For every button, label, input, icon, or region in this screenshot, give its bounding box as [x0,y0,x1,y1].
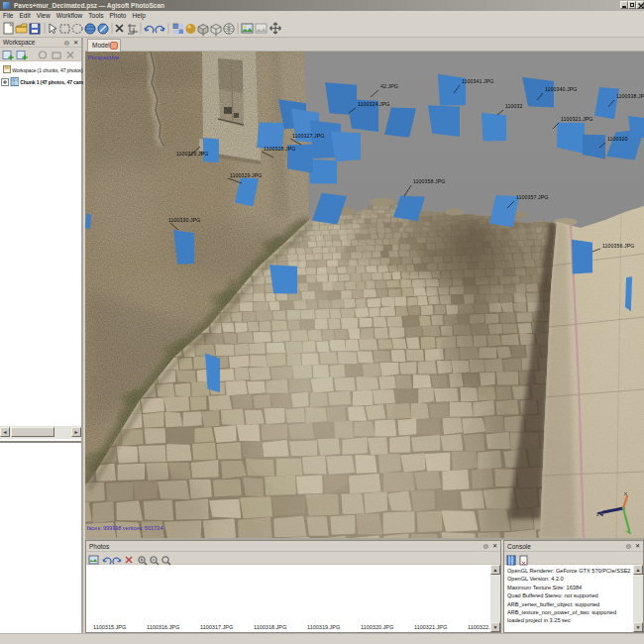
svg-text:1100327.JPG: 1100327.JPG [292,133,325,139]
svg-text:1100320: 1100320 [607,136,628,142]
svg-text:faces: 999998 vertices: 501724: faces: 999998 vertices: 501724 [87,525,162,531]
svg-text:1100328.JPG: 1100328.JPG [264,146,296,152]
svg-text:1100338.JPG: 1100338.JPG [616,93,644,99]
svg-text:1100324.JPG: 1100324.JPG [358,101,390,107]
svg-text:1100357.JPG: 1100357.JPG [516,194,549,200]
svg-text:1100340.JPG: 1100340.JPG [545,86,578,92]
svg-text:1100330.JPG: 1100330.JPG [168,217,201,223]
svg-text:42.JPG: 42.JPG [380,83,398,89]
svg-text:1100329.JPG: 1100329.JPG [230,172,263,178]
svg-text:Perspective: Perspective [88,54,120,60]
svg-text:1100326.JPG: 1100326.JPG [176,151,209,157]
svg-text:z: z [596,511,599,517]
svg-text:1100321.JPG: 1100321.JPG [561,116,593,122]
svg-text:x: x [624,490,627,496]
svg-text:1100356.JPG: 1100356.JPG [602,243,635,249]
svg-text:1100341.JPG: 1100341.JPG [462,78,494,84]
svg-text:1100358.JPG: 1100358.JPG [413,178,446,184]
svg-text:110032: 110032 [505,103,523,109]
